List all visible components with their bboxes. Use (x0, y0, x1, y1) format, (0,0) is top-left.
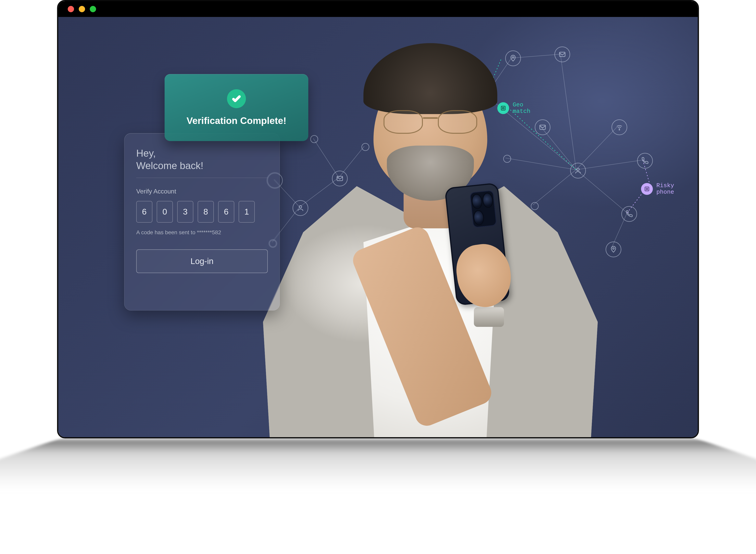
otp-digit-1[interactable]: 6 (136, 201, 152, 223)
browser-window: Geo match Risky phone (57, 0, 699, 438)
glasses-icon (383, 110, 477, 134)
window-close-button[interactable] (68, 6, 74, 12)
greeting-line1: Hey, (136, 148, 156, 159)
window-shadow (0, 439, 756, 493)
greeting-line2: Welcome back! (136, 160, 203, 171)
svg-line-19 (643, 160, 651, 187)
login-button[interactable]: Log-in (136, 250, 268, 273)
checkmark-icon (227, 89, 246, 108)
svg-line-15 (612, 213, 627, 248)
window-titlebar (58, 1, 698, 17)
code-sent-hint: A code has been sent to *******582 (136, 229, 268, 236)
wristwatch (474, 307, 504, 327)
otp-digit-6[interactable]: 1 (239, 201, 255, 223)
greeting-text: Hey, Welcome back! (136, 147, 268, 172)
otp-row: 6 0 3 8 6 1 (136, 201, 268, 223)
verification-toast: Verification Complete! (165, 74, 308, 141)
person-illustration (263, 43, 598, 437)
window-maximize-button[interactable] (90, 6, 96, 12)
person-hair (364, 43, 497, 114)
login-card: Hey, Welcome back! Verify Account 6 0 3 … (124, 133, 280, 311)
phone-camera-cluster (470, 190, 497, 228)
verification-title: Verification Complete! (187, 115, 287, 126)
verify-label: Verify Account (136, 188, 268, 195)
hero-scene: Geo match Risky phone (58, 17, 698, 437)
otp-digit-4[interactable]: 8 (198, 201, 214, 223)
svg-line-18 (627, 187, 647, 213)
window-minimize-button[interactable] (79, 6, 85, 12)
otp-digit-5[interactable]: 6 (218, 201, 234, 223)
otp-digit-2[interactable]: 0 (157, 201, 173, 223)
otp-digit-3[interactable]: 3 (177, 201, 193, 223)
